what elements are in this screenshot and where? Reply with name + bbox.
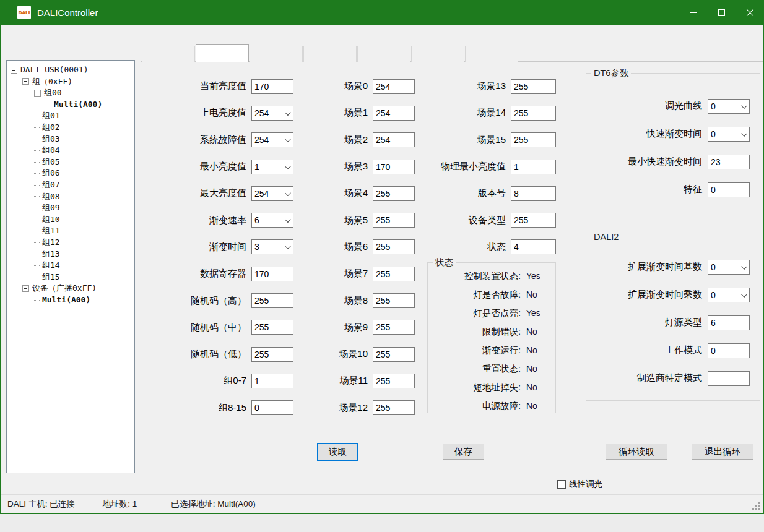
- field-input[interactable]: [511, 186, 556, 201]
- field-box: [511, 106, 556, 121]
- tree-node[interactable]: 组11: [7, 225, 134, 237]
- tab[interactable]: [196, 44, 249, 62]
- field-input[interactable]: [373, 320, 415, 335]
- status-value: Yes: [526, 271, 540, 281]
- field-input[interactable]: [251, 374, 293, 388]
- field-input[interactable]: [708, 99, 750, 114]
- field-input[interactable]: [251, 267, 293, 281]
- field-input[interactable]: [708, 260, 750, 275]
- field-input[interactable]: [708, 288, 750, 302]
- field-box: [373, 239, 415, 254]
- tree-node[interactable]: 组06: [7, 168, 134, 179]
- field-input[interactable]: [511, 239, 556, 254]
- field-input[interactable]: [708, 182, 750, 197]
- field-input[interactable]: [251, 320, 293, 335]
- loop-read-button[interactable]: 循环读取: [606, 444, 667, 460]
- field-box: [251, 293, 293, 308]
- tree-node[interactable]: 组03: [7, 134, 134, 145]
- tab[interactable]: [303, 46, 357, 62]
- field-input[interactable]: [373, 347, 415, 362]
- field-input[interactable]: [373, 186, 415, 201]
- tab[interactable]: [357, 46, 410, 62]
- collapse-icon[interactable]: [22, 285, 29, 292]
- minimize-button[interactable]: [679, 0, 707, 25]
- field-input[interactable]: [373, 374, 415, 388]
- tree-node[interactable]: 组07: [7, 179, 134, 191]
- field-label: 渐变速率: [209, 215, 246, 226]
- tree-node[interactable]: 组（0xFF): [7, 76, 134, 88]
- field-input[interactable]: [251, 293, 293, 308]
- field-input[interactable]: [373, 132, 415, 147]
- status-label: 灯是否故障:: [428, 289, 521, 301]
- tab[interactable]: [250, 46, 303, 62]
- collapse-icon[interactable]: [11, 67, 17, 74]
- field-input[interactable]: [251, 132, 293, 147]
- tree-node[interactable]: DALI USB(0001): [7, 64, 134, 76]
- save-button[interactable]: 保存: [443, 444, 484, 460]
- field-box: [373, 293, 415, 308]
- groupbox-title: DALI2: [591, 232, 621, 242]
- tree-node[interactable]: 组01: [7, 110, 134, 122]
- field-box: [708, 182, 750, 197]
- tree-node[interactable]: Multi(A00): [7, 99, 134, 111]
- field-input[interactable]: [251, 160, 293, 174]
- tree-node[interactable]: 组14: [7, 260, 134, 272]
- maximize-button[interactable]: [707, 0, 736, 25]
- tree-node[interactable]: 组12: [7, 237, 134, 249]
- read-button[interactable]: 读取: [317, 443, 358, 461]
- tree-node[interactable]: 组05: [7, 157, 134, 168]
- field-input[interactable]: [373, 400, 415, 415]
- field-input[interactable]: [251, 79, 293, 94]
- exit-loop-button[interactable]: 退出循环: [692, 444, 753, 460]
- field-input[interactable]: [511, 160, 556, 174]
- tree-node[interactable]: 设备（广播0xFF): [7, 283, 134, 294]
- field-input[interactable]: [511, 213, 556, 228]
- tree-node[interactable]: 组15: [7, 272, 134, 283]
- field-input[interactable]: [251, 106, 293, 121]
- field-input[interactable]: [251, 186, 293, 201]
- field-input[interactable]: [251, 400, 293, 415]
- field-input[interactable]: [373, 213, 415, 228]
- field-input[interactable]: [708, 343, 750, 358]
- collapse-icon[interactable]: [22, 78, 29, 85]
- tree-node[interactable]: 组10: [7, 214, 134, 226]
- field-input[interactable]: [373, 79, 415, 94]
- tree-node[interactable]: Multi(A00): [7, 294, 134, 306]
- field-box: [708, 371, 750, 386]
- field-input[interactable]: [373, 267, 415, 281]
- tree-node[interactable]: 组09: [7, 202, 134, 214]
- field-input[interactable]: [251, 213, 293, 228]
- field-input[interactable]: [251, 347, 293, 362]
- tree-node[interactable]: 组04: [7, 145, 134, 157]
- field-input[interactable]: [251, 239, 293, 254]
- field-label: 组8-15: [219, 402, 246, 414]
- field-input[interactable]: [511, 79, 556, 94]
- field-input[interactable]: [511, 106, 556, 121]
- tree-node[interactable]: 组00: [7, 87, 134, 99]
- checkbox-icon[interactable]: [557, 480, 566, 489]
- close-button[interactable]: [736, 0, 764, 25]
- field-label: 系统故障值: [200, 134, 246, 146]
- field-label: 场景8: [344, 295, 368, 307]
- field-input[interactable]: [373, 239, 415, 254]
- tab[interactable]: [411, 46, 464, 62]
- field-input[interactable]: [373, 160, 415, 174]
- field-input[interactable]: [511, 132, 556, 147]
- tab[interactable]: [465, 46, 518, 62]
- field-input[interactable]: [373, 293, 415, 308]
- tab[interactable]: [142, 46, 195, 62]
- field-input[interactable]: [708, 315, 750, 330]
- linear-dimming-checkbox[interactable]: 线性调光: [557, 479, 602, 490]
- field-input[interactable]: [373, 106, 415, 121]
- tree-node[interactable]: 组08: [7, 191, 134, 203]
- field-input[interactable]: [708, 127, 750, 142]
- field-input[interactable]: [708, 155, 750, 169]
- tree-node[interactable]: 组13: [7, 249, 134, 260]
- scene-row: 场景4: [314, 180, 415, 207]
- collapse-icon[interactable]: [34, 90, 41, 97]
- tree-node[interactable]: 组02: [7, 122, 134, 134]
- resize-grip[interactable]: [753, 503, 760, 510]
- field-input[interactable]: [708, 371, 750, 386]
- tree-node-label: 组08: [42, 191, 60, 203]
- device-info-row: 场景14: [427, 100, 556, 126]
